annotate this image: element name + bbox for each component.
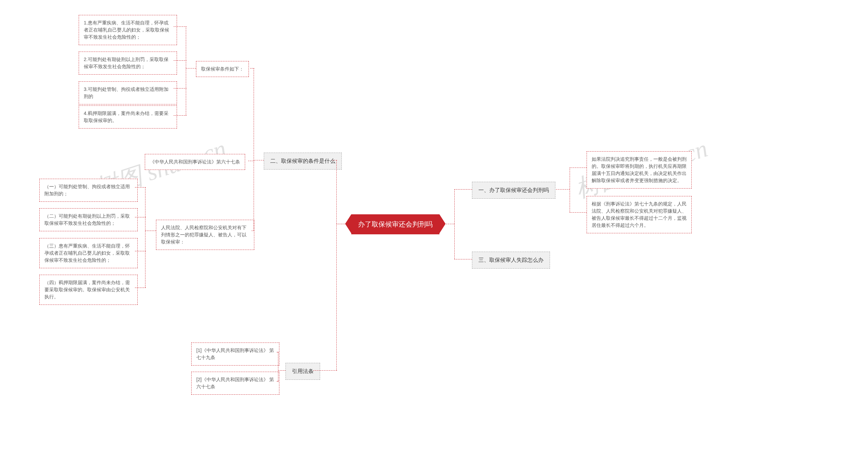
connector xyxy=(252,231,254,231)
mindmap-canvas: 树图 shutu.cn 树图 shutu.cn 办了取保候审还会判刑吗 一、办了… xyxy=(0,0,868,450)
root-node[interactable]: 办了取保候审还会判刑吗 xyxy=(351,214,439,234)
root-label: 办了取保候审还会判刑吗 xyxy=(358,220,433,228)
connector xyxy=(277,381,279,381)
connector xyxy=(174,60,186,61)
branch-cite[interactable]: 引用法条 xyxy=(285,363,320,380)
connector xyxy=(135,288,146,288)
leaf-right-1b: 根据《刑事诉讼法》第七十九条的规定，人民法院、人民检察院和公安机关对犯罪嫌疑人、… xyxy=(587,196,692,233)
connector xyxy=(278,352,278,381)
sub-conditions-a[interactable]: 取保候审条件如下： xyxy=(196,61,249,77)
leaf-a-4: 4.羁押期限届满，案件尚未办结，需要采取取保候审的。 xyxy=(79,105,177,129)
branch-right-2[interactable]: 三、取保候审人失踪怎么办 xyxy=(472,252,550,269)
sub-conditions-b: 《中华人民共和国刑事诉讼法》第六十七条 xyxy=(145,154,245,170)
branch-label: 引用法条 xyxy=(292,368,314,374)
connector xyxy=(145,187,145,288)
leaf-c-1: （一）可能判处管制、拘役或者独立适用附加刑的； xyxy=(39,179,138,202)
leaf-c-2: （二）可能判处有期徒刑以上刑罚，采取取保候审不致发生社会危险性的； xyxy=(39,208,138,231)
leaf-cite-2: [2]《中华人民共和国刑事诉讼法》 第六十七条 xyxy=(191,372,279,395)
connector xyxy=(174,88,186,89)
leaf-c-4: （四）羁押期限届满，案件尚未办结，需要采取取保候审的。取保候审由公安机关执行。 xyxy=(39,275,138,305)
branch-conditions[interactable]: 二、取保候审的条件是什么 xyxy=(264,153,342,170)
leaf-cite-1: [1]《中华人民共和国刑事诉讼法》 第七十九条 xyxy=(191,343,279,366)
branch-label: 二、取保候审的条件是什么 xyxy=(270,158,335,164)
connector xyxy=(454,259,472,259)
connector xyxy=(174,26,186,27)
connector xyxy=(454,189,472,190)
connector xyxy=(254,68,254,231)
leaf-a-1: 1.患有严重疾病、生活不能自理，怀孕或者正在哺乳自己婴儿的妇女，采取取保候审不致… xyxy=(79,15,177,45)
connector xyxy=(186,68,196,69)
connector xyxy=(556,189,570,190)
branch-right-1[interactable]: 一、办了取保候审还会判刑吗 xyxy=(472,182,555,199)
connector xyxy=(248,161,254,161)
connector xyxy=(336,160,337,370)
connector xyxy=(570,168,570,212)
connector xyxy=(441,224,454,224)
connector xyxy=(250,68,254,69)
connector xyxy=(336,224,345,224)
connector xyxy=(454,189,455,259)
connector xyxy=(254,160,264,160)
leaf-a-2: 2.可能判处有期徒刑以上刑罚，采取取保候审不致发生社会危险性的； xyxy=(79,52,177,75)
connector xyxy=(135,187,146,188)
sub-conditions-c[interactable]: 人民法院、人民检察院和公安机关对有下列情形之一的犯罪嫌疑人、被告人，可以取保候审… xyxy=(156,220,254,250)
connector xyxy=(313,370,337,371)
connector xyxy=(277,352,279,352)
connector xyxy=(278,370,285,371)
branch-label: 一、办了取保候审还会判刑吗 xyxy=(478,187,549,193)
connector xyxy=(570,168,587,168)
leaf-c-3: （三）患有严重疾病、生活不能自理，怀孕或者正在哺乳自己婴儿的妇女，采取取保候审不… xyxy=(39,238,138,268)
connector xyxy=(145,231,156,231)
connector xyxy=(570,212,587,213)
connector xyxy=(186,26,186,115)
connector xyxy=(135,217,146,217)
leaf-a-3: 3.可能判处管制、拘役或者独立适用附加刑的 xyxy=(79,81,177,104)
branch-label: 三、取保候审人失踪怎么办 xyxy=(478,257,544,263)
connector xyxy=(135,251,146,251)
connector xyxy=(332,160,337,160)
leaf-right-1a: 如果法院判决追究刑事责任，一般是会被判刑的。取保候审即将到期的，执行机关应再期限… xyxy=(587,151,692,189)
connector xyxy=(174,115,186,116)
